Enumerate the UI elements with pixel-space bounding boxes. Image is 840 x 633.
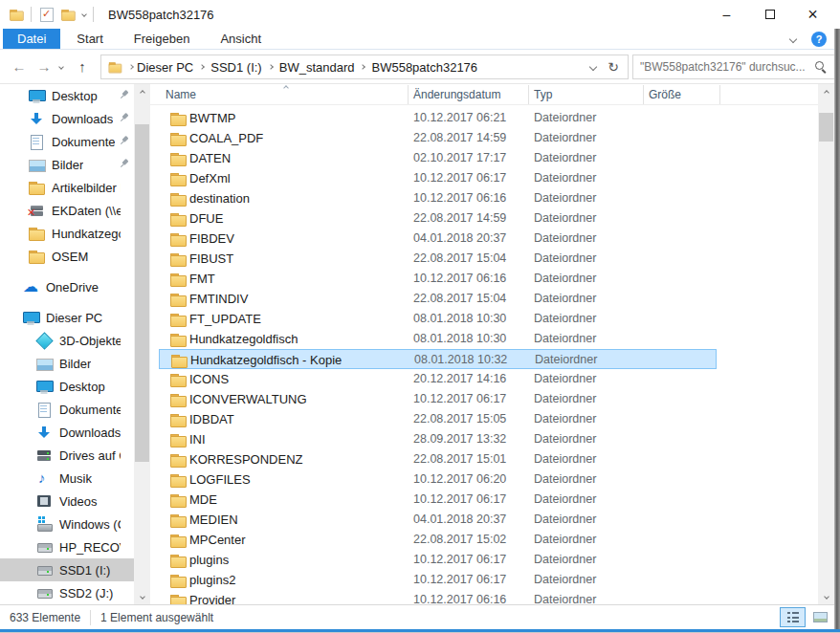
breadcrumb-segment[interactable]: BW558patch32176	[367, 60, 481, 75]
file-row[interactable]: IDBDAT22.08.2017 15:05Dateiordner	[159, 409, 717, 429]
search-box[interactable]	[632, 55, 835, 79]
file-row[interactable]: INI28.09.2017 13:32Dateiordner	[159, 429, 717, 449]
breadcrumb-segment[interactable]: BW_standard	[276, 60, 359, 75]
file-row[interactable]: KORRESPONDENZ22.08.2017 15:01Dateiordner	[159, 449, 717, 469]
tab-start[interactable]: Start	[62, 29, 117, 49]
folder-icon	[170, 332, 186, 347]
file-row[interactable]: FIBUST22.08.2017 15:04Dateiordner	[159, 249, 717, 269]
column-divider[interactable]	[528, 85, 529, 104]
sidebar-item-videos[interactable]: Videos	[0, 490, 134, 513]
file-list-scrollbar[interactable]	[818, 84, 834, 604]
sidebar-item-osem[interactable]: OSEM	[0, 245, 134, 268]
help-button[interactable]: ?	[811, 32, 827, 47]
up-button[interactable]: ↑	[71, 58, 94, 75]
explorer-folder-icon[interactable]	[10, 8, 23, 21]
collapse-ribbon-chevron-icon[interactable]	[789, 35, 797, 43]
sidebar-item-label: Videos	[59, 494, 98, 509]
sidebar-scrollbar[interactable]	[134, 84, 150, 604]
file-row[interactable]: ICONS20.12.2017 14:16Dateiordner	[159, 369, 717, 389]
address-bar[interactable]: Dieser PCSSD1 (I:)BW_standardBW558patch3…	[100, 55, 629, 79]
quick-access-toolbar: BW558patch32176	[0, 7, 214, 22]
sidebar-item-downloads[interactable]: Downloads	[0, 107, 134, 130]
sidebar-item-downloads[interactable]: Downloads	[0, 421, 134, 444]
search-icon[interactable]	[814, 60, 828, 74]
column-header-date[interactable]: Änderungsdatum	[413, 84, 500, 105]
file-row[interactable]: FMTINDIV22.08.2017 15:04Dateiordner	[159, 289, 717, 309]
sidebar-item-ekdaten-ek-n[interactable]: EKDaten (\\ek-n	[0, 199, 134, 222]
sidebar-item-hundkatzegoldfisch[interactable]: Hundkatzegoldfisch	[0, 222, 134, 245]
file-row[interactable]: MDE10.12.2017 06:17Dateiordner	[159, 490, 717, 510]
folder-icon	[29, 249, 44, 264]
file-name: Hundkatzegoldfisch - Kopie	[190, 350, 342, 370]
file-row[interactable]: Hundkatzegoldfisch - Kopie08.01.2018 10:…	[159, 349, 717, 369]
file-row[interactable]: destination10.12.2017 06:16Dateiordner	[159, 188, 717, 208]
recent-locations-chevron-icon[interactable]	[58, 64, 64, 70]
folder-icon	[170, 131, 186, 146]
sidebar-item-musik[interactable]: Musik	[0, 467, 134, 490]
file-row[interactable]: plugins210.12.2017 06:17Dateiordner	[159, 570, 717, 590]
sidebar-item-onedrive[interactable]: OneDrive	[0, 275, 134, 298]
back-button[interactable]: ←	[8, 58, 31, 75]
sidebar-item-drives-auf-gerds[interactable]: Drives auf Gerds	[0, 444, 134, 467]
new-folder-icon[interactable]	[61, 8, 75, 21]
scroll-down-icon[interactable]	[134, 588, 150, 604]
sidebar-item-ssd2-j[interactable]: SSD2 (J:)	[0, 581, 134, 604]
file-row[interactable]: LOGFILES10.12.2017 06:20Dateiordner	[159, 469, 717, 490]
file-row[interactable]: FIBDEV04.01.2018 20:37Dateiordner	[159, 229, 717, 249]
sidebar-item-hp-recovery[interactable]: HP_RECOVERY (	[0, 535, 134, 558]
sidebar-item-desktop[interactable]: Desktop	[0, 84, 134, 107]
file-row[interactable]: DATEN02.10.2017 17:17Dateiordner	[159, 148, 717, 168]
thumbnail-view-button[interactable]	[807, 607, 833, 627]
sidebar-item-windows-c[interactable]: Windows (C:)	[0, 513, 134, 535]
sidebar-item-dokumente[interactable]: Dokumente	[0, 398, 134, 421]
scroll-up-icon[interactable]	[818, 84, 834, 100]
breadcrumb-segment[interactable]: Dieser PC	[133, 60, 197, 75]
scroll-up-icon[interactable]	[134, 84, 150, 100]
sidebar-item-artikelbilder-hko[interactable]: Artikelbilder HKO	[0, 176, 134, 199]
sidebar-item-3d-objekte[interactable]: 3D-Objekte	[0, 329, 134, 352]
scrollbar-thumb[interactable]	[135, 124, 149, 462]
file-row[interactable]: COALA_PDF22.08.2017 14:59Dateiordner	[159, 128, 717, 148]
column-divider[interactable]	[719, 85, 720, 104]
details-view-button[interactable]	[780, 607, 806, 627]
maximize-button[interactable]	[748, 0, 791, 29]
scrollbar-thumb[interactable]	[819, 113, 833, 142]
tab-datei[interactable]: Datei	[3, 29, 60, 49]
minimize-button[interactable]: –	[705, 0, 748, 29]
sidebar-item-bilder[interactable]: Bilder	[0, 352, 134, 375]
file-row[interactable]: DFUE22.08.2017 14:59Dateiordner	[159, 208, 717, 229]
customize-qat-chevron-icon[interactable]	[81, 11, 87, 17]
tab-freigeben[interactable]: Freigeben	[120, 29, 205, 49]
file-row[interactable]: Hundkatzegoldfisch08.01.2018 10:30Dateio…	[159, 329, 717, 349]
file-row[interactable]: ICONVERWALTUNG10.12.2017 06:17Dateiordne…	[159, 389, 717, 409]
column-header-type[interactable]: Typ	[534, 84, 552, 105]
refresh-icon[interactable]: ↻	[608, 59, 619, 75]
properties-check-icon[interactable]	[38, 7, 54, 22]
file-row[interactable]: MPCenter22.08.2017 15:02Dateiordner	[159, 530, 717, 550]
file-row[interactable]: plugins10.12.2017 06:17Dateiordner	[159, 550, 717, 570]
file-row[interactable]: Provider10.12.2017 06:16Dateiordner	[159, 590, 717, 604]
close-button[interactable]: ×	[791, 0, 834, 29]
file-row[interactable]: DefXml10.12.2017 06:17Dateiordner	[159, 168, 717, 188]
forward-button[interactable]: →	[33, 58, 55, 75]
search-input[interactable]	[633, 60, 814, 74]
sidebar-item-desktop[interactable]: Desktop	[0, 375, 134, 398]
scroll-down-icon[interactable]	[818, 588, 834, 604]
column-divider[interactable]	[643, 85, 644, 104]
tab-ansicht[interactable]: Ansicht	[206, 29, 276, 49]
sidebar-item-bilder[interactable]: Bilder	[0, 153, 134, 176]
sidebar-item-dokumente[interactable]: Dokumente	[0, 130, 134, 153]
file-row[interactable]: BWTMP10.12.2017 06:21Dateiordner	[159, 108, 717, 128]
sidebar-item-ssd1-i[interactable]: SSD1 (I:)	[0, 558, 134, 581]
separator	[31, 7, 32, 22]
sidebar-item-dieser-pc[interactable]: Dieser PC	[0, 306, 134, 329]
column-divider[interactable]	[408, 85, 409, 104]
column-header-name[interactable]: Name	[166, 84, 196, 105]
breadcrumb-segment[interactable]: SSD1 (I:)	[207, 60, 265, 75]
file-date: 22.08.2017 15:05	[413, 409, 506, 429]
file-row[interactable]: MEDIEN04.01.2018 20:37Dateiordner	[159, 510, 717, 530]
file-row[interactable]: FMT10.12.2017 06:16Dateiordner	[159, 269, 717, 289]
column-header-size[interactable]: Größe	[649, 84, 681, 105]
address-dropdown-chevron-icon[interactable]	[589, 63, 597, 71]
file-row[interactable]: FT_UPDATE08.01.2018 10:30Dateiordner	[159, 309, 717, 329]
